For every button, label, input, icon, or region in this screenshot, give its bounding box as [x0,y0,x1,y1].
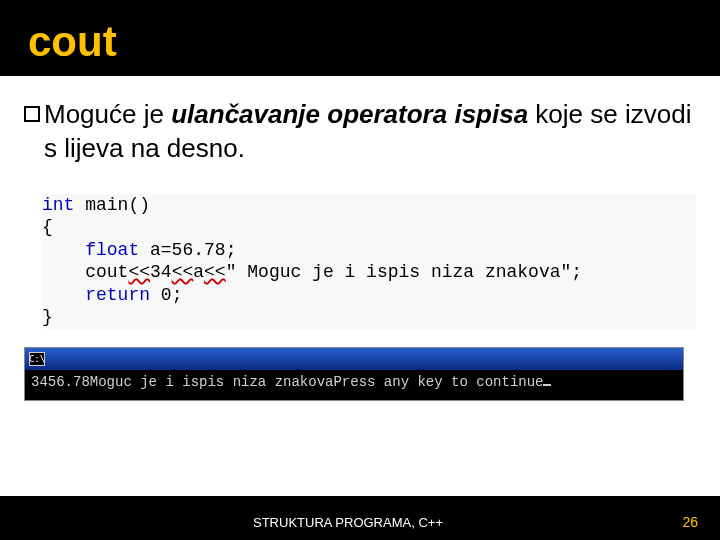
code-l4b: 34 [150,262,172,282]
code-l3b: a=56.78; [139,240,236,260]
footer: STRUKTURA PROGRAMA, C++ 26 [0,504,720,540]
bullet-text: Moguće je ulančavanje operatora ispisa k… [44,98,696,166]
kw-int: int [42,195,74,215]
slide-title: cout [28,18,700,66]
cmd-icon: C:\ [29,352,45,366]
op-ins-1: << [128,262,150,282]
op-ins-3: << [204,262,226,282]
op-ins-2: << [172,262,194,282]
kw-float: float [42,240,139,260]
code-block: int main() { float a=56.78; cout<<34<<a<… [42,194,696,329]
page-number: 26 [682,514,698,530]
code-l2: { [42,217,53,237]
code-l5b: 0; [150,285,182,305]
console-output: 3456.78Moguc je i ispis niza znakovaPres… [31,374,543,390]
slide-content: Moguće je ulančavanje operatora ispisa k… [0,80,720,496]
code-l4c: a [193,262,204,282]
code-l6: } [42,307,53,327]
console-titlebar: C:\ [25,348,683,370]
bullet-marker [24,106,40,122]
code-l1b: main() [74,195,150,215]
kw-return: return [42,285,150,305]
bullet-emph: ulančavanje operatora ispisa [171,99,528,129]
console-body: 3456.78Moguc je i ispis niza znakovaPres… [25,370,683,400]
bullet-prefix: Moguće je [44,99,171,129]
footer-text: STRUKTURA PROGRAMA, C++ [253,515,443,530]
console-window: C:\ 3456.78Moguc je i ispis niza znakova… [24,347,684,401]
cursor-icon [543,384,551,386]
title-bar: cout [0,0,720,80]
code-l4a: cout [42,262,128,282]
bullet-paragraph: Moguće je ulančavanje operatora ispisa k… [24,98,696,166]
code-l4d: " Moguc je i ispis niza znakova"; [226,262,582,282]
